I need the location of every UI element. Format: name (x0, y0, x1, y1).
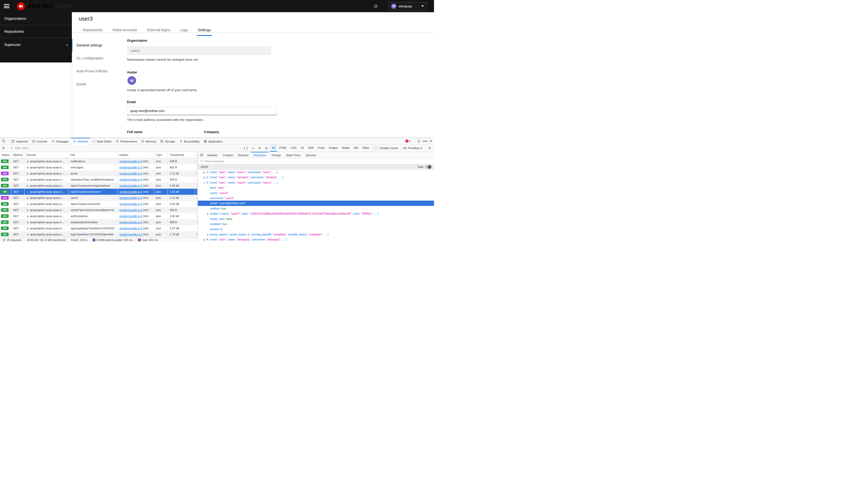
json-tree-row[interactable]: ▼3: { kind: "user", name: "user3", usern… (198, 180, 434, 185)
json-tree-row[interactable]: username: "user3" (198, 195, 434, 201)
tab-logs[interactable]: Logs (179, 25, 189, 36)
filter-html[interactable]: HTML (277, 145, 289, 152)
json-tree-row[interactable]: name: "user3" (198, 190, 434, 195)
json-tree-row[interactable]: ▶1: { kind: "user", name: "user1", usern… (198, 170, 434, 175)
raw-toggle[interactable] (425, 165, 431, 169)
user-menu[interactable]: W whuquay (389, 2, 427, 10)
col-status[interactable]: Status (0, 152, 11, 158)
col-size[interactable]: S (195, 152, 197, 158)
initiator-link[interactable]: vendor.bundle.js:2 (119, 209, 142, 212)
filter-xhr[interactable]: XHR (306, 145, 316, 152)
block-icon[interactable] (263, 145, 270, 152)
file-cell[interactable]: logs?starttime=10/13/2025&endtim (69, 231, 118, 237)
add-request-icon[interactable]: + (250, 145, 256, 152)
close-devtools-icon[interactable]: × (430, 139, 432, 144)
file-cell[interactable]: /api/v1/superuser/users/ (69, 189, 118, 195)
json-tree-row[interactable]: email: "user3@redhat.com" (198, 201, 434, 206)
request-row[interactable]: 200 GET quayregistry-quay-quay-e… notifi… (0, 158, 197, 164)
tab-console[interactable]: Console (30, 138, 49, 145)
json-tree-row[interactable]: super_user: false (198, 216, 434, 221)
file-cell[interactable]: robots?permissions=true&token=fa (69, 207, 118, 213)
initiator-link[interactable]: vendor.bundle.js:2 (119, 172, 142, 175)
col-method[interactable]: Method (11, 152, 25, 158)
clear-requests-icon[interactable] (0, 145, 7, 152)
initiator-link[interactable]: vendor.bundle.js:2 (119, 227, 142, 230)
file-cell[interactable]: messages (69, 164, 118, 171)
request-row[interactable]: 200 GET quayregistry-quay-quay-e… author… (0, 213, 197, 219)
network-settings-gear-icon[interactable] (426, 145, 434, 152)
settings-nav-general[interactable]: General settings (72, 39, 123, 52)
filter-fonts[interactable]: Fonts (316, 145, 327, 152)
initiator-link[interactable]: vendor.bundle.js:2 (119, 184, 142, 187)
tab-style-editor[interactable]: Style Editor (90, 138, 114, 145)
col-file[interactable]: File (69, 152, 118, 158)
file-cell[interactable]: assignedauthorization (69, 219, 118, 225)
json-tree-row[interactable]: ▶2: { kind: "user", name: "whutest", use… (198, 175, 434, 180)
file-cell[interactable]: user3 (69, 195, 118, 201)
search-icon[interactable] (256, 145, 263, 152)
disable-cache-checkbox[interactable]: Disable Cache (373, 147, 400, 150)
tab-timings[interactable]: Timings (269, 152, 283, 158)
settings-nav-autoprune[interactable]: Auto-Prune Policies (72, 65, 123, 78)
col-initiator[interactable]: Initiator (118, 152, 154, 158)
tab-settings[interactable]: Settings (197, 25, 212, 36)
filter-urls-input[interactable]: Filter URLs (9, 147, 240, 150)
json-tree-row[interactable]: enabled: true (198, 221, 434, 226)
file-cell[interactable]: quota (69, 171, 118, 177)
responsive-design-icon[interactable] (417, 138, 421, 145)
json-tree-row[interactable]: quotas: [] (198, 226, 434, 232)
tab-memory[interactable]: Memory (139, 138, 158, 145)
col-type[interactable]: Type (154, 152, 168, 158)
tab-response[interactable]: Response (251, 152, 269, 158)
filter-other[interactable]: Other (360, 145, 372, 152)
tab-application[interactable]: Application (202, 138, 224, 145)
tab-external-logins[interactable]: External logins (146, 25, 172, 36)
filter-js[interactable]: JS (299, 145, 306, 152)
tab-security[interactable]: Security (303, 152, 318, 158)
initiator-link[interactable]: vendor.bundle.js:2 (119, 166, 142, 169)
devtools-menu-icon[interactable]: ••• (423, 139, 428, 143)
throttling-select[interactable]: No Throttling⇅ (401, 147, 424, 150)
request-row[interactable]: 200 GET quayregistry-quay-quay-e… /api/v… (0, 183, 197, 189)
initiator-link[interactable]: vendor.bundle.js:2 (119, 221, 142, 224)
filter-media[interactable]: Media (340, 145, 352, 152)
sidebar-item-organizations[interactable]: Organizations (0, 12, 72, 25)
pause-icon[interactable]: ❘❘ (241, 145, 250, 152)
split-panel-toggle-icon[interactable] (198, 153, 205, 157)
initiator-link[interactable]: vendor.bundle.js:2 (119, 178, 142, 181)
initiator-link[interactable]: vendor.bundle.js:2 (119, 196, 142, 199)
tab-accessibility[interactable]: Accessibility (177, 138, 202, 145)
initiator-link[interactable]: vendor.bundle.js:2 (119, 190, 142, 193)
request-row[interactable]: 404 GET quayregistry-quay-quay-e… quota … (0, 171, 197, 177)
file-cell[interactable]: repository?last_modified=true&nan (69, 177, 118, 183)
request-row[interactable]: 200 GET quayregistry-quay-quay-e… /api/v… (0, 201, 197, 207)
col-domain[interactable]: Domain (25, 152, 69, 158)
sidebar-item-superuser[interactable]: Superuser› (0, 38, 72, 51)
request-row[interactable]: 200 GET quayregistry-quay-quay-e… /api/v… (0, 189, 197, 195)
request-row[interactable]: 200 GET quayregistry-quay-quay-e… robots… (0, 207, 197, 213)
pick-element-icon[interactable] (0, 138, 8, 145)
settings-nav-quota[interactable]: Quota (72, 78, 123, 91)
tab-performance[interactable]: Performance (114, 138, 139, 145)
file-cell[interactable]: /api/v1/superuser/users/ (69, 201, 118, 207)
brand-logo[interactable]: RED HATQUAY (17, 2, 72, 10)
error-count-badge[interactable]: !2 (405, 140, 411, 143)
filter-ws[interactable]: WS (352, 145, 360, 152)
request-row[interactable]: 404 GET quayregistry-quay-quay-e… user3 … (0, 195, 197, 201)
organization-input[interactable] (127, 46, 271, 55)
tab-network[interactable]: Network (71, 138, 90, 145)
tab-robot-accounts[interactable]: Robot accounts (112, 25, 138, 36)
request-row[interactable]: 200 GET quayregistry-quay-quay-e… messag… (0, 164, 197, 171)
filter-all[interactable]: All (270, 145, 277, 152)
initiator-link[interactable]: vendor.bundle.js:2 (119, 215, 142, 218)
initiator-link[interactable]: vendor.bundle.js:2 (119, 202, 142, 206)
request-row[interactable]: 200 GET quayregistry-quay-quay-e… logs?s… (0, 231, 197, 237)
tab-debugger[interactable]: Debugger (50, 138, 71, 145)
email-field[interactable] (127, 107, 277, 115)
initiator-link[interactable]: vendor.bundle.js:2 (119, 233, 142, 236)
notifications-bell-icon[interactable] (374, 4, 378, 8)
json-tree-row[interactable]: kind: "user" (198, 185, 434, 190)
filter-properties-input[interactable]: Filter properties (198, 158, 434, 164)
filter-css[interactable]: CSS (289, 145, 299, 152)
request-row[interactable]: 200 GET quayregistry-quay-quay-e… aggreg… (0, 225, 197, 231)
